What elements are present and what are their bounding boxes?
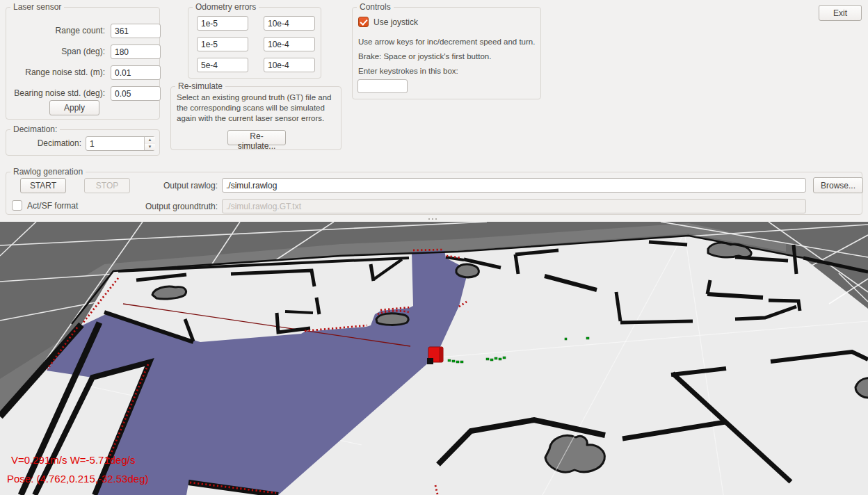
start-button[interactable]: START <box>20 178 66 193</box>
bearing-noise-label: Bearing noise std. (deg): <box>6 88 105 99</box>
odometry-errors-group: Odometry errors <box>188 7 321 79</box>
controls-line-2: Brake: Space or joystick's first button. <box>358 51 491 62</box>
laser-sensor-group: Laser sensor Range count: Span (deg): Ra… <box>6 7 160 120</box>
robot-side-face <box>439 348 443 362</box>
resimulate-button[interactable]: Re-simulate... <box>227 130 286 145</box>
controls-line-3: Enter keystrokes in this box: <box>358 66 458 76</box>
odom-err-field-2-1[interactable] <box>264 58 315 72</box>
odom-err-field-0-0[interactable] <box>197 16 248 31</box>
odom-err-field-1-1[interactable] <box>264 37 315 51</box>
robot-wheel <box>427 358 433 364</box>
decimation-stepper[interactable]: ▲ ▼ <box>144 137 155 150</box>
rawlog-generation-group: Rawlog generation START STOP Output rawl… <box>6 172 862 215</box>
output-groundtruth-label: Output groundtruth: <box>86 202 218 212</box>
range-count-label: Range count: <box>6 26 105 36</box>
stepper-up-icon[interactable]: ▲ <box>145 137 155 144</box>
odom-err-field-2-0[interactable] <box>197 58 248 72</box>
controls-group: Controls Use joystick Use arrow keys for… <box>352 7 541 99</box>
obstacle-blob-1 <box>152 286 186 299</box>
output-rawlog-field[interactable] <box>222 178 806 193</box>
hud-pose: Pose: (4.762,0.215,-32.53deg) <box>7 473 148 485</box>
browse-button[interactable]: Browse... <box>813 177 863 193</box>
output-rawlog-label: Output rawlog: <box>86 181 218 191</box>
decimation-label: Decimation: <box>6 138 81 149</box>
hud-velocity: V=0.291m/s W=-5.71deg/s <box>11 454 135 466</box>
range-noise-field[interactable] <box>111 65 161 80</box>
use-joystick-checkbox[interactable] <box>358 17 369 27</box>
controls-line-1: Use arrow keys for inc/decrement speed a… <box>358 37 535 47</box>
range-count-field[interactable] <box>111 24 161 38</box>
odometry-errors-title: Odometry errors <box>193 2 259 13</box>
use-joystick-label: Use joystick <box>373 17 418 28</box>
span-field[interactable] <box>111 44 161 59</box>
resimulate-title: Re-simulate <box>175 81 225 92</box>
resimulate-group: Re-simulate Select an existing ground tr… <box>170 86 341 150</box>
obstacle-blob-5 <box>456 264 479 277</box>
decimation-group: Decimation: Decimation: ▲ ▼ <box>6 129 160 156</box>
odom-err-field-0-1[interactable] <box>264 16 315 31</box>
stepper-down-icon[interactable]: ▼ <box>145 144 155 151</box>
actsf-format-label: Act/SF format <box>27 201 78 211</box>
laser-sensor-title: Laser sensor <box>10 2 64 13</box>
range-noise-label: Range noise std. (m): <box>6 67 105 78</box>
odom-err-field-1-0[interactable] <box>197 37 248 51</box>
bearing-noise-field[interactable] <box>111 86 161 101</box>
exit-button[interactable]: Exit <box>819 5 862 21</box>
robot <box>427 347 443 364</box>
actsf-format-checkbox[interactable] <box>12 200 22 211</box>
controls-title: Controls <box>357 2 394 13</box>
panel-splitter[interactable] <box>0 216 868 222</box>
obstacle-blob-6 <box>376 314 408 325</box>
span-label: Span (deg): <box>6 47 105 57</box>
decimation-group-title: Decimation: <box>10 124 60 135</box>
simulation-viewport[interactable]: V=0.291m/s W=-5.71deg/s Pose: (4.762,0.2… <box>0 222 868 495</box>
rawlog-generation-title: Rawlog generation <box>10 167 86 177</box>
keystroke-input[interactable] <box>357 79 408 93</box>
apply-button[interactable]: Apply <box>49 100 99 115</box>
output-groundtruth-field <box>222 199 806 213</box>
resimulate-description: Select an existing ground truth (GT) fil… <box>177 92 338 124</box>
